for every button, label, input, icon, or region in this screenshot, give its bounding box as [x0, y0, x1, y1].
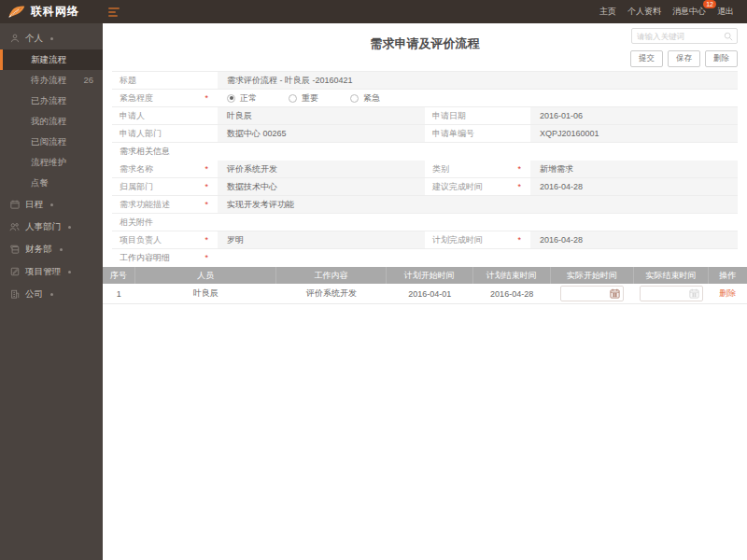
expand-indicator-icon — [50, 293, 53, 296]
actual-end-input[interactable] — [641, 289, 689, 299]
sidebar-group-label: 个人 — [25, 33, 43, 45]
menu-toggle-icon[interactable] — [108, 7, 120, 17]
request-form: 标题 需求评价流程 - 叶良辰 -20160421 紧急程度* 正常 重要 紧急… — [112, 71, 738, 267]
plan-finish-field-label: 计划完成时间* — [425, 231, 530, 248]
sidebar-item-new-process[interactable]: 新建流程 — [0, 49, 103, 70]
page-header: 需求申请及评价流程 提交 保存 删除 — [103, 23, 747, 71]
expand-indicator-icon — [50, 37, 53, 40]
required-asterisk: * — [517, 231, 521, 248]
sidebar-group-hr[interactable]: 人事部门 — [0, 216, 103, 238]
work-table-row: 1 叶良辰 评价系统开发 2016-04-01 2016-04-28 — [103, 284, 747, 304]
title-field-value[interactable]: 需求评价流程 - 叶良辰 -20160421 — [218, 72, 738, 89]
radio-selected-icon — [227, 94, 235, 103]
nav-messages[interactable]: 消息中心12 — [672, 6, 706, 18]
apply-date-field-value: 2016-01-06 — [530, 107, 738, 124]
cell-plan-start: 2016-04-01 — [387, 289, 473, 299]
category-field-label: 类别* — [425, 161, 530, 177]
urgency-field-label: 紧急程度* — [112, 90, 218, 106]
attachment-field-value[interactable] — [218, 214, 738, 231]
main-content: 需求申请及评价流程 提交 保存 删除 标题 需求评价流程 - 叶良辰 -2016… — [103, 23, 747, 560]
section-work-detail: 工作内容明细* — [112, 249, 218, 267]
required-asterisk: * — [204, 231, 208, 248]
demand-desc-field-value[interactable]: 实现开发考评功能 — [218, 196, 738, 213]
radio-urgent[interactable]: 紧急 — [350, 90, 380, 106]
radio-unselected-icon — [350, 94, 359, 103]
work-detail-table: 序号 人员 工作内容 计划开始时间 计划结束时间 实际开始时间 实际结束时间 操… — [103, 267, 747, 304]
project-owner-field-label: 项目负责人* — [112, 231, 218, 248]
sidebar-group-label: 日程 — [25, 199, 43, 211]
todo-count-badge: 26 — [83, 70, 93, 91]
required-asterisk: * — [517, 178, 521, 195]
sidebar-item-read-process[interactable]: 已阅流程 — [0, 132, 103, 152]
expand-indicator-icon — [60, 248, 63, 251]
delete-row-link[interactable]: 删除 — [719, 288, 736, 298]
project-icon — [9, 267, 20, 276]
topbar: 联科网络 主页 个人资料 消息中心12 退出 — [0, 0, 747, 23]
user-icon — [9, 34, 20, 43]
demand-name-field-value[interactable]: 评价系统开发 — [218, 161, 425, 177]
required-asterisk: * — [204, 178, 208, 195]
calendar-icon — [9, 200, 20, 209]
sidebar: 个人 新建流程 待办流程26 已办流程 我的流程 已阅流程 流程维护 点餐 日程… — [0, 23, 103, 560]
search-input[interactable] — [632, 32, 724, 41]
action-buttons: 提交 保存 删除 — [630, 50, 738, 67]
cell-action: 删除 — [709, 287, 747, 300]
logo-icon — [7, 5, 26, 19]
applicant-field-value: 叶良辰 — [218, 107, 425, 124]
required-asterisk: * — [204, 249, 208, 267]
applicant-dept-field-value: 数据中心 00265 — [218, 125, 425, 142]
calendar-icon[interactable] — [610, 288, 623, 299]
owner-dept-field-label: 归属部门* — [112, 178, 218, 195]
calendar-icon[interactable] — [689, 288, 702, 299]
radio-unselected-icon — [289, 94, 297, 103]
required-asterisk: * — [517, 161, 521, 177]
category-field-value[interactable]: 新增需求 — [530, 161, 738, 177]
required-asterisk: * — [204, 196, 208, 213]
sidebar-item-process-maintain[interactable]: 流程维护 — [0, 152, 103, 173]
nav-logout[interactable]: 退出 — [717, 6, 734, 18]
submit-button[interactable]: 提交 — [630, 50, 663, 67]
delete-button[interactable]: 删除 — [705, 50, 738, 67]
message-count-badge: 12 — [703, 0, 716, 8]
nav-home[interactable]: 主页 — [599, 6, 616, 18]
project-owner-field-value[interactable]: 罗明 — [218, 231, 425, 248]
actual-end-date-field — [640, 286, 703, 301]
search-box — [631, 28, 738, 44]
save-button[interactable]: 保存 — [668, 50, 700, 67]
nav-profile[interactable]: 个人资料 — [627, 6, 661, 18]
suggest-finish-field-value[interactable]: 2016-04-28 — [530, 178, 738, 195]
sidebar-item-my-process[interactable]: 我的流程 — [0, 111, 103, 132]
radio-important[interactable]: 重要 — [289, 90, 318, 106]
attachment-field-label: 相关附件 — [112, 214, 218, 231]
sidebar-group-finance[interactable]: 财务部 — [0, 238, 103, 260]
owner-dept-field-value[interactable]: 数据技术中心 — [218, 178, 425, 195]
top-nav: 主页 个人资料 消息中心12 退出 — [599, 6, 747, 18]
search-icon[interactable] — [724, 32, 737, 41]
sidebar-group-label: 公司 — [25, 288, 43, 301]
radio-normal[interactable]: 正常 — [227, 90, 257, 106]
cell-person: 叶良辰 — [135, 287, 277, 300]
sidebar-group-label: 项目管理 — [25, 266, 61, 278]
sidebar-group-schedule[interactable]: 日程 — [0, 193, 103, 216]
cell-actual-end — [634, 286, 708, 301]
title-field-label: 标题 — [112, 72, 218, 89]
sidebar-group-label: 财务部 — [25, 244, 52, 256]
actual-start-input[interactable] — [561, 289, 610, 299]
urgency-radio-group: 正常 重要 紧急 — [218, 90, 738, 106]
sidebar-item-order-meal[interactable]: 点餐 — [0, 173, 103, 193]
sidebar-item-todo-process[interactable]: 待办流程26 — [0, 70, 103, 91]
cell-actual-start — [551, 286, 635, 301]
apply-no-field-label: 申请单编号 — [425, 125, 530, 142]
sidebar-group-personal[interactable]: 个人 — [0, 27, 103, 49]
sidebar-group-company[interactable]: 公司 — [0, 283, 103, 305]
brand: 联科网络 — [0, 4, 103, 20]
people-icon — [9, 222, 20, 231]
sidebar-item-done-process[interactable]: 已办流程 — [0, 91, 103, 111]
sidebar-group-project[interactable]: 项目管理 — [0, 260, 103, 283]
expand-indicator-icon — [68, 226, 71, 229]
apply-date-field-label: 申请日期 — [425, 107, 530, 124]
plan-finish-field-value[interactable]: 2016-04-28 — [530, 231, 738, 248]
work-table-header: 序号 人员 工作内容 计划开始时间 计划结束时间 实际开始时间 实际结束时间 操… — [103, 267, 747, 284]
cell-content: 评价系统开发 — [276, 287, 386, 300]
section-demand-info: 需求相关信息 — [112, 143, 218, 161]
